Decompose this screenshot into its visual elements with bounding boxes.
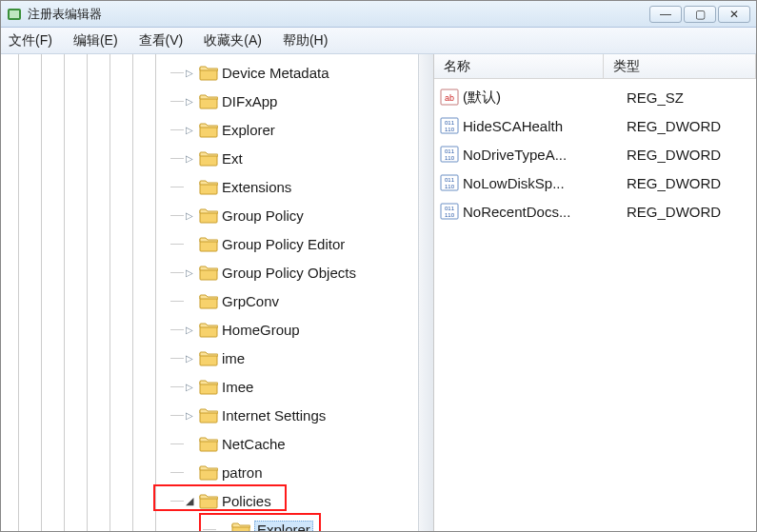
value-name: (默认) [463,89,623,107]
expander-icon[interactable] [184,438,195,449]
folder-icon [199,92,218,109]
folder-icon [199,463,218,481]
tree-item-label: Explorer [222,122,275,138]
folder-icon [199,435,218,452]
tree-item[interactable]: ▷Ext [1,144,433,172]
folder-icon [199,264,218,281]
svg-text:110: 110 [445,127,455,132]
value-name: NoDriveTypeA... [463,147,623,163]
expander-icon[interactable]: ▷ [184,209,195,221]
svg-text:011: 011 [445,120,455,126]
tree-item-label: Ext [222,150,243,167]
tree-item[interactable]: GrpConv [1,286,433,315]
list-header: 名称 类型 [434,54,756,79]
list-row[interactable]: 011110NoDriveTypeA...REG_DWORD [434,140,756,168]
folder-icon [199,64,218,81]
expander-icon[interactable] [184,181,195,192]
column-header-type[interactable]: 类型 [604,54,756,78]
tree-item-label: Group Policy [222,207,304,224]
tree-item[interactable]: NetCache [1,429,433,458]
tree-item-label: patron [222,464,263,481]
tree-item-label: Device Metadata [222,65,329,81]
tree-item-label: Extensions [222,179,291,195]
window-controls: — ▢ ✕ [649,6,750,23]
tree-item-label: DIFxApp [222,93,277,109]
tree-item[interactable]: ▷Group Policy Objects [1,258,433,286]
folder-icon [199,292,218,309]
tree-item[interactable]: ▷Internet Settings [1,401,433,429]
tree-item-label: Internet Settings [222,407,326,424]
expander-icon[interactable]: ▷ [184,95,195,107]
tree-item-label: GrpConv [222,293,279,309]
tree-item[interactable]: ▷Explorer [1,115,433,144]
folder-icon [199,235,218,252]
menubar: 文件(F) 编辑(E) 查看(V) 收藏夹(A) 帮助(H) [1,28,756,54]
folder-icon [199,121,218,138]
expander-icon[interactable]: ▷ [184,152,195,164]
svg-text:110: 110 [445,155,455,161]
column-header-name[interactable]: 名称 [434,54,604,78]
list-row[interactable]: ab(默认)REG_SZ [434,83,756,111]
value-type: REG_DWORD [623,175,756,191]
svg-text:011: 011 [445,148,455,154]
expander-icon[interactable]: ▷ [184,409,195,421]
expander-icon[interactable]: ▷ [184,124,195,135]
list-body: ab(默认)REG_SZ011110HideSCAHealthREG_DWORD… [434,79,756,531]
maximize-button[interactable]: ▢ [684,6,716,23]
svg-text:ab: ab [445,93,454,103]
minimize-button[interactable]: — [649,6,682,23]
expander-icon[interactable]: ▷ [184,381,195,392]
dword-value-icon: 011110 [440,174,459,191]
tree-item[interactable]: patron [1,458,433,486]
folder-icon [199,207,218,224]
tree-item-label: Group Policy Editor [222,236,345,252]
expander-icon[interactable] [184,238,195,249]
tree-scrollbar[interactable] [418,54,433,531]
folder-icon [199,149,218,167]
folder-icon [199,321,218,338]
tree-item-label: NetCache [222,436,286,452]
highlight-box [199,513,321,531]
list-row[interactable]: 011110NoRecentDocs...REG_DWORD [434,197,756,226]
value-type: REG_DWORD [623,118,756,134]
expander-icon[interactable]: ▷ [184,266,195,278]
tree-item[interactable]: ▷Device Metadata [1,58,433,87]
dword-value-icon: 011110 [440,146,459,163]
menu-help[interactable]: 帮助(H) [283,32,328,49]
menu-favorites[interactable]: 收藏夹(A) [204,32,262,49]
value-name: HideSCAHealth [463,118,623,134]
close-button[interactable]: ✕ [718,6,750,23]
tree-item-label: Imee [222,379,253,395]
svg-text:011: 011 [445,206,455,211]
menu-file[interactable]: 文件(F) [9,32,52,49]
tree-item-label: ime [222,350,245,366]
tree-item[interactable]: ▷ime [1,344,433,372]
svg-text:011: 011 [445,177,455,183]
content: ▷Device Metadata▷DIFxApp▷Explorer▷ExtExt… [1,54,756,531]
value-type: REG_DWORD [623,204,756,220]
tree-item[interactable]: Group Policy Editor [1,229,433,258]
expander-icon[interactable] [184,466,195,478]
list-row[interactable]: 011110NoLowDiskSp...REG_DWORD [434,168,756,197]
svg-text:110: 110 [445,212,455,218]
tree-pane: ▷Device Metadata▷DIFxApp▷Explorer▷ExtExt… [1,54,434,531]
expander-icon[interactable]: ▷ [184,67,195,78]
tree-item[interactable]: ▷Imee [1,372,433,401]
tree-item[interactable]: Extensions [1,172,433,201]
tree-item-label: HomeGroup [222,322,300,338]
value-name: NoLowDiskSp... [463,175,623,191]
tree-item[interactable]: ▷DIFxApp [1,87,433,115]
tree-item[interactable]: ▷HomeGroup [1,315,433,344]
expander-icon[interactable]: ▷ [184,352,195,364]
expander-icon[interactable]: ▷ [184,324,195,335]
menu-view[interactable]: 查看(V) [139,32,184,49]
expander-icon[interactable] [184,295,195,306]
window-title: 注册表编辑器 [28,6,102,23]
value-type: REG_SZ [623,89,756,106]
tree-item[interactable]: ▷Group Policy [1,201,433,229]
titlebar: 注册表编辑器 — ▢ ✕ [1,1,756,28]
svg-text:110: 110 [445,184,455,189]
menu-edit[interactable]: 编辑(E) [73,32,118,49]
list-row[interactable]: 011110HideSCAHealthREG_DWORD [434,111,756,140]
string-value-icon: ab [440,89,459,106]
